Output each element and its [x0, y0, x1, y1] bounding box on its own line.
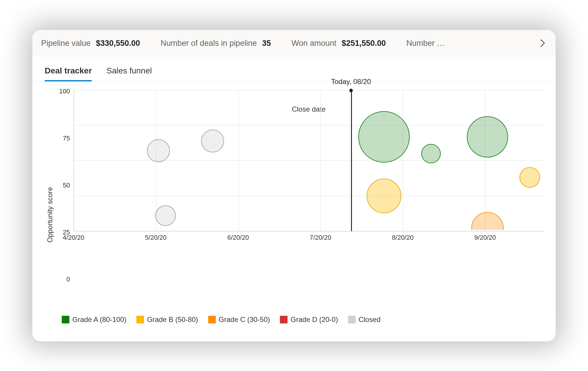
metric-num-deals: Number of deals in pipeline 35: [161, 39, 271, 48]
deal-bubble[interactable]: [519, 167, 540, 188]
metric-label: Number of deals in pipeline: [161, 39, 257, 48]
chevron-right-icon: [539, 39, 546, 47]
metric-next-truncated: Number …: [406, 39, 445, 48]
x-tick: 9/20/20: [474, 234, 496, 241]
y-axis-title: Opportunity score: [44, 88, 56, 313]
metric-label: Pipeline value: [41, 39, 91, 48]
tab-sales-funnel[interactable]: Sales funnel: [106, 63, 152, 81]
metric-label: Won amount: [292, 39, 337, 48]
metric-label: Number …: [406, 39, 445, 48]
metrics-scroll-right-button[interactable]: [539, 39, 547, 47]
square-icon: [208, 316, 216, 323]
metric-value: 35: [262, 39, 271, 48]
metrics-bar: Pipeline value $330,550.00 Number of dea…: [32, 30, 556, 57]
y-tick: 0: [56, 276, 70, 283]
legend-item-grade-c[interactable]: Grade C (30-50): [208, 315, 270, 324]
square-icon: [280, 316, 288, 323]
square-icon: [136, 316, 144, 323]
x-tick: 8/20/20: [392, 234, 413, 241]
legend-item-closed[interactable]: Closed: [348, 315, 381, 324]
legend-item-grade-b[interactable]: Grade B (50-80): [136, 315, 198, 324]
x-tick: 6/20/20: [227, 234, 249, 241]
square-icon: [62, 316, 69, 323]
deal-bubble[interactable]: [367, 179, 401, 213]
today-dot: [349, 89, 353, 92]
tab-deal-tracker[interactable]: Deal tracker: [45, 63, 92, 81]
deal-bubble[interactable]: [201, 130, 224, 152]
metric-value: $251,550.00: [342, 39, 386, 48]
deal-bubble[interactable]: [467, 116, 508, 157]
deal-bubble[interactable]: [147, 139, 170, 162]
chart-tabs: Deal tracker Sales funnel: [32, 57, 556, 82]
dashboard-card: Pipeline value $330,550.00 Number of dea…: [32, 30, 556, 341]
today-label: Today, 08/20: [331, 78, 371, 86]
bubble-plot[interactable]: Today, 08/20: [74, 88, 544, 252]
y-tick: 50: [56, 182, 70, 189]
y-tick: 100: [56, 88, 70, 95]
legend-item-grade-d[interactable]: Grade D (20-0): [280, 315, 338, 324]
x-axis-ticks: 4/20/20 5/20/20 6/20/20 7/20/20 8/20/20 …: [74, 234, 544, 246]
legend-item-grade-a[interactable]: Grade A (80-100): [62, 315, 126, 324]
metric-pipeline-value: Pipeline value $330,550.00: [41, 39, 140, 48]
square-icon: [348, 316, 356, 323]
metric-won-amount: Won amount $251,550.00: [292, 39, 386, 48]
y-tick: 75: [56, 135, 70, 142]
today-line: [351, 90, 352, 231]
x-tick: 7/20/20: [310, 234, 331, 241]
chart-area: Opportunity score 100 75 50 25 0 Today, …: [32, 82, 556, 341]
legend: Grade A (80-100) Grade B (50-80) Grade C…: [44, 313, 544, 333]
x-tick: 4/20/20: [63, 234, 84, 241]
deal-bubble[interactable]: [358, 111, 410, 162]
x-tick: 5/20/20: [145, 234, 166, 241]
deal-bubble[interactable]: [155, 205, 176, 226]
deal-bubble[interactable]: [421, 144, 441, 163]
plot-inner: [74, 90, 544, 231]
y-axis-ticks: 100 75 50 25 0: [56, 88, 74, 313]
metric-value: $330,550.00: [96, 39, 140, 48]
